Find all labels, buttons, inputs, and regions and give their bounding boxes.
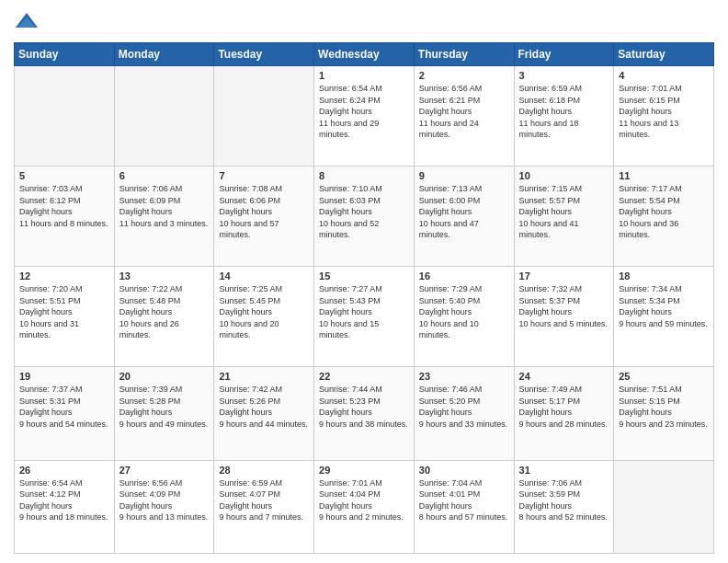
day-info: Sunrise: 7:17 AMSunset: 5:54 PMDaylight …: [619, 183, 709, 241]
day-info: Sunrise: 7:06 AMSunset: 3:59 PMDaylight …: [519, 477, 609, 523]
day-number: 24: [519, 371, 609, 382]
calendar-week-row: 19Sunrise: 7:37 AMSunset: 5:31 PMDayligh…: [15, 367, 714, 460]
day-number: 16: [419, 270, 509, 282]
day-info: Sunrise: 7:08 AMSunset: 6:06 PMDaylight …: [219, 183, 309, 241]
calendar-cell: 23Sunrise: 7:46 AMSunset: 5:20 PMDayligh…: [414, 367, 514, 460]
day-number: 30: [419, 465, 509, 476]
day-info: Sunrise: 6:56 AMSunset: 6:21 PMDaylight …: [419, 83, 509, 141]
day-number: 9: [419, 170, 509, 181]
calendar-cell: 22Sunrise: 7:44 AMSunset: 5:23 PMDayligh…: [314, 367, 415, 460]
day-number: 17: [519, 270, 609, 282]
calendar-cell: 20Sunrise: 7:39 AMSunset: 5:28 PMDayligh…: [114, 367, 214, 460]
day-info: Sunrise: 7:32 AMSunset: 5:37 PMDaylight …: [519, 283, 609, 329]
calendar-cell: [614, 460, 714, 554]
day-number: 13: [119, 270, 210, 282]
day-number: 4: [619, 70, 709, 81]
day-info: Sunrise: 7:37 AMSunset: 5:31 PMDaylight …: [19, 384, 109, 430]
day-info: Sunrise: 7:51 AMSunset: 5:15 PMDaylight …: [619, 384, 709, 430]
calendar-cell: 8Sunrise: 7:10 AMSunset: 6:03 PMDaylight…: [314, 167, 415, 267]
day-number: 19: [19, 371, 109, 382]
day-info: Sunrise: 6:59 AMSunset: 6:18 PMDaylight …: [519, 83, 609, 141]
calendar-cell: 3Sunrise: 6:59 AMSunset: 6:18 PMDaylight…: [514, 66, 614, 167]
day-number: 14: [219, 270, 309, 282]
calendar-cell: 6Sunrise: 7:06 AMSunset: 6:09 PMDaylight…: [114, 167, 214, 267]
day-info: Sunrise: 7:06 AMSunset: 6:09 PMDaylight …: [119, 183, 210, 229]
day-number: 25: [619, 371, 709, 382]
day-number: 22: [319, 371, 409, 382]
calendar-cell: [114, 66, 214, 167]
day-info: Sunrise: 7:46 AMSunset: 5:20 PMDaylight …: [419, 384, 509, 430]
day-number: 28: [219, 465, 309, 476]
day-number: 23: [419, 371, 509, 382]
day-number: 8: [319, 170, 409, 181]
calendar-cell: 27Sunrise: 6:56 AMSunset: 4:09 PMDayligh…: [114, 460, 214, 554]
day-info: Sunrise: 7:25 AMSunset: 5:45 PMDaylight …: [219, 283, 309, 341]
day-info: Sunrise: 6:59 AMSunset: 4:07 PMDaylight …: [219, 477, 309, 523]
calendar-week-row: 1Sunrise: 6:54 AMSunset: 6:24 PMDaylight…: [15, 66, 714, 167]
day-info: Sunrise: 7:49 AMSunset: 5:17 PMDaylight …: [519, 384, 609, 430]
day-number: 12: [19, 270, 109, 282]
day-info: Sunrise: 7:15 AMSunset: 5:57 PMDaylight …: [519, 183, 609, 241]
calendar-cell: 2Sunrise: 6:56 AMSunset: 6:21 PMDaylight…: [414, 66, 514, 167]
day-number: 21: [219, 371, 309, 382]
day-number: 15: [319, 270, 409, 282]
day-info: Sunrise: 7:01 AMSunset: 6:15 PMDaylight …: [619, 83, 709, 141]
calendar-header-tuesday: Tuesday: [214, 43, 314, 66]
day-number: 11: [619, 170, 709, 181]
calendar-cell: [214, 66, 314, 167]
calendar-cell: 29Sunrise: 7:01 AMSunset: 4:04 PMDayligh…: [314, 460, 415, 554]
calendar-cell: 11Sunrise: 7:17 AMSunset: 5:54 PMDayligh…: [614, 167, 714, 267]
calendar-week-row: 5Sunrise: 7:03 AMSunset: 6:12 PMDaylight…: [15, 167, 714, 267]
calendar-cell: [15, 66, 115, 167]
day-number: 2: [419, 70, 509, 81]
calendar-cell: 5Sunrise: 7:03 AMSunset: 6:12 PMDaylight…: [15, 167, 115, 267]
page: SundayMondayTuesdayWednesdayThursdayFrid…: [0, 0, 728, 563]
calendar-cell: 17Sunrise: 7:32 AMSunset: 5:37 PMDayligh…: [514, 267, 614, 367]
day-number: 31: [519, 465, 609, 476]
day-info: Sunrise: 7:22 AMSunset: 5:48 PMDaylight …: [119, 283, 210, 341]
calendar-cell: 21Sunrise: 7:42 AMSunset: 5:26 PMDayligh…: [214, 367, 314, 460]
day-number: 1: [319, 70, 409, 81]
day-number: 5: [19, 170, 109, 181]
calendar-table: SundayMondayTuesdayWednesdayThursdayFrid…: [14, 42, 714, 554]
day-info: Sunrise: 6:54 AMSunset: 6:24 PMDaylight …: [319, 83, 409, 141]
day-info: Sunrise: 7:29 AMSunset: 5:40 PMDaylight …: [419, 283, 509, 341]
calendar-cell: 28Sunrise: 6:59 AMSunset: 4:07 PMDayligh…: [214, 460, 314, 554]
day-number: 7: [219, 170, 309, 181]
day-number: 18: [619, 270, 709, 282]
calendar-header-sunday: Sunday: [15, 43, 115, 66]
calendar-cell: 9Sunrise: 7:13 AMSunset: 6:00 PMDaylight…: [414, 167, 514, 267]
day-number: 6: [119, 170, 210, 181]
day-number: 26: [19, 465, 109, 476]
day-info: Sunrise: 7:34 AMSunset: 5:34 PMDaylight …: [619, 283, 709, 329]
calendar-cell: 12Sunrise: 7:20 AMSunset: 5:51 PMDayligh…: [15, 267, 115, 367]
logo-icon: [14, 9, 40, 35]
calendar-header-saturday: Saturday: [614, 43, 714, 66]
day-number: 3: [519, 70, 609, 81]
calendar-header-thursday: Thursday: [414, 43, 514, 66]
calendar-cell: 1Sunrise: 6:54 AMSunset: 6:24 PMDaylight…: [314, 66, 415, 167]
calendar-cell: 7Sunrise: 7:08 AMSunset: 6:06 PMDaylight…: [214, 167, 314, 267]
day-info: Sunrise: 7:04 AMSunset: 4:01 PMDaylight …: [419, 477, 509, 523]
calendar-cell: 14Sunrise: 7:25 AMSunset: 5:45 PMDayligh…: [214, 267, 314, 367]
day-number: 29: [319, 465, 409, 476]
calendar-week-row: 12Sunrise: 7:20 AMSunset: 5:51 PMDayligh…: [15, 267, 714, 367]
calendar-cell: 30Sunrise: 7:04 AMSunset: 4:01 PMDayligh…: [414, 460, 514, 554]
day-info: Sunrise: 7:13 AMSunset: 6:00 PMDaylight …: [419, 183, 509, 241]
day-info: Sunrise: 7:39 AMSunset: 5:28 PMDaylight …: [119, 384, 210, 430]
calendar-cell: 25Sunrise: 7:51 AMSunset: 5:15 PMDayligh…: [614, 367, 714, 460]
calendar-cell: 4Sunrise: 7:01 AMSunset: 6:15 PMDaylight…: [614, 66, 714, 167]
calendar-cell: 31Sunrise: 7:06 AMSunset: 3:59 PMDayligh…: [514, 460, 614, 554]
calendar-header-friday: Friday: [514, 43, 614, 66]
calendar-header-row: SundayMondayTuesdayWednesdayThursdayFrid…: [15, 43, 714, 66]
day-number: 27: [119, 465, 210, 476]
calendar-cell: 24Sunrise: 7:49 AMSunset: 5:17 PMDayligh…: [514, 367, 614, 460]
calendar-cell: 26Sunrise: 6:54 AMSunset: 4:12 PMDayligh…: [15, 460, 115, 554]
day-info: Sunrise: 7:44 AMSunset: 5:23 PMDaylight …: [319, 384, 409, 430]
calendar-cell: 19Sunrise: 7:37 AMSunset: 5:31 PMDayligh…: [15, 367, 115, 460]
calendar-header-monday: Monday: [114, 43, 214, 66]
calendar-cell: 18Sunrise: 7:34 AMSunset: 5:34 PMDayligh…: [614, 267, 714, 367]
day-info: Sunrise: 7:20 AMSunset: 5:51 PMDaylight …: [19, 283, 109, 341]
calendar-cell: 16Sunrise: 7:29 AMSunset: 5:40 PMDayligh…: [414, 267, 514, 367]
day-info: Sunrise: 6:56 AMSunset: 4:09 PMDaylight …: [119, 477, 210, 523]
